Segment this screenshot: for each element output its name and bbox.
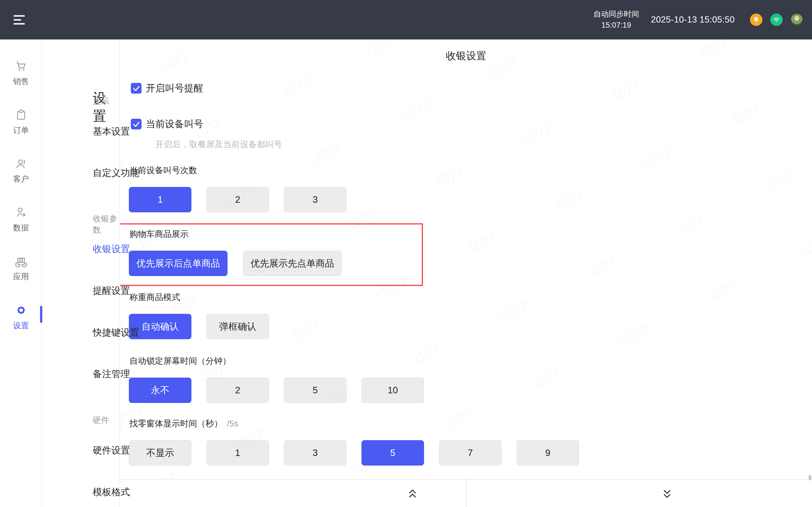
group-label: 称重商品模式 — [129, 292, 180, 303]
rail-item-label: 订单 — [13, 125, 29, 135]
menu-section-label: 硬件 — [93, 415, 109, 426]
toggle-call-reminder: 开启叫号提醒 — [130, 82, 203, 95]
option-button-row: 123 — [129, 187, 347, 212]
group-label: 找零窗体显示时间（秒）/5s — [129, 418, 238, 430]
rail-item-label: 设置 — [13, 320, 29, 331]
option-button-7[interactable]: 7 — [439, 440, 502, 465]
auto-sync-time: 自动同步时间 15:07:19 — [593, 9, 639, 31]
group-label: 自动锁定屏幕时间（分钟） — [129, 355, 231, 367]
data-export-icon — [15, 206, 27, 220]
watermark-text: -1077 — [791, 235, 812, 263]
watermark-text: -1077 — [582, 255, 619, 283]
rail-item-销售[interactable]: 销售 — [0, 55, 42, 92]
watermark-text: -1077 — [527, 364, 563, 392]
app-root: -1077-1077-1077-1077-1077-1077-1077-1077… — [0, 0, 812, 507]
checkbox-call-reminder[interactable] — [130, 82, 142, 94]
watermark-text: -1077 — [550, 187, 586, 216]
customers-icon — [15, 157, 27, 171]
topbar-right: 自动同步时间 15:07:19 2025-10-13 15:05:50 — [593, 9, 803, 31]
option-button-永不[interactable]: 永不 — [129, 378, 191, 403]
watermark-text: -1077 — [494, 297, 531, 325]
option-button-5[interactable]: 5 — [361, 440, 424, 465]
rail-item-应用[interactable]: 应用 — [0, 250, 42, 287]
collapse-panel-button[interactable] — [384, 480, 441, 507]
watermark-text: -1077 — [396, 97, 433, 125]
menu-item-收银设置[interactable]: 收银设置 — [93, 243, 130, 256]
menu-item-备注管理[interactable]: 备注管理 — [93, 368, 130, 380]
watermark-text: -1077 — [373, 273, 410, 301]
watermark-text: -1077 — [406, 340, 442, 369]
menu-item-提醒设置[interactable]: 提醒设置 — [93, 285, 130, 297]
menu-item-快捷键设置[interactable]: 快捷键设置 — [93, 326, 139, 339]
bottom-bar-divider — [466, 480, 467, 507]
expand-panel-button[interactable] — [639, 480, 695, 507]
option-button-优先展示先点单商品[interactable]: 优先展示先点单商品 — [243, 251, 342, 276]
watermark-text: -1077 — [758, 168, 795, 196]
top-bar: 自动同步时间 15:07:19 2025-10-13 15:05:50 — [0, 0, 812, 40]
rail-item-label: 客户 — [13, 174, 29, 184]
menu-item-硬件设置[interactable]: 硬件设置 — [93, 444, 130, 457]
gear-icon — [14, 303, 28, 318]
rail-item-数据[interactable]: 数据 — [0, 201, 42, 238]
option-button-row: 自动确认弹框确认 — [129, 314, 269, 339]
notification-bell-icon[interactable] — [750, 13, 762, 26]
auto-sync-label: 自动同步时间 — [593, 9, 639, 20]
wifi-status-icon[interactable] — [770, 13, 783, 26]
left-nav-rail: 销售订单客户数据应用设置 — [0, 40, 42, 507]
toggle-label: 开启叫号提醒 — [146, 82, 203, 95]
rail-item-label: 应用 — [13, 271, 29, 282]
option-button-3[interactable]: 3 — [284, 440, 347, 465]
option-button-row: 不显示13579 — [129, 440, 579, 465]
apps-icon — [15, 255, 27, 269]
hamburger-menu-icon[interactable] — [13, 13, 25, 27]
option-button-优先展示后点单商品[interactable]: 优先展示后点单商品 — [129, 251, 228, 276]
settings-menu-panel: 设置 显示基本设置自定义功能收银参数收银设置提醒设置快捷键设置备注管理硬件硬件设… — [42, 40, 120, 507]
scrollbar-thumb[interactable] — [809, 475, 811, 481]
option-button-9[interactable]: 9 — [517, 440, 579, 465]
option-button-不显示[interactable]: 不显示 — [129, 440, 191, 465]
checkbox-device-call[interactable] — [130, 118, 142, 130]
watermark-text: -1077 — [462, 230, 498, 259]
bottom-bar — [120, 479, 812, 507]
option-button-row: 永不2510 — [129, 378, 424, 403]
chevrons-down-icon — [662, 488, 672, 499]
watermark-text: -1077 — [615, 321, 651, 349]
option-button-2[interactable]: 2 — [207, 378, 269, 403]
rail-item-订单[interactable]: 订单 — [0, 104, 42, 140]
active-nav-indicator — [40, 306, 42, 323]
rail-item-label: 数据 — [13, 222, 29, 233]
menu-item-基本设置[interactable]: 基本设置 — [93, 125, 130, 138]
menu-item-模板格式[interactable]: 模板格式 — [93, 486, 130, 499]
group-label-suffix: /5s — [227, 419, 238, 428]
rail-item-客户[interactable]: 客户 — [0, 153, 42, 189]
rail-item-设置[interactable]: 设置 — [0, 299, 42, 336]
option-button-2[interactable]: 2 — [207, 187, 269, 212]
watermark-text: -1077 — [703, 278, 740, 306]
option-button-1[interactable]: 1 — [129, 187, 191, 212]
group-label: 当前设备叫号次数 — [129, 165, 197, 176]
option-button-10[interactable]: 10 — [361, 378, 424, 403]
menu-section-label: 显示 — [93, 96, 109, 107]
menu-item-自定义功能[interactable]: 自定义功能 — [93, 167, 139, 179]
settings-menu-title: 设置 — [93, 89, 120, 125]
watermark-text: -1077 — [726, 102, 762, 130]
option-button-5[interactable]: 5 — [284, 378, 347, 403]
watermark-text: -1077 — [638, 145, 674, 173]
option-button-row: 优先展示后点单商品优先展示先点单商品 — [129, 251, 342, 276]
watermark-text: -1077 — [671, 211, 707, 239]
watermark-text: -1077 — [429, 164, 465, 192]
watermark-text: -1077 — [276, 72, 312, 101]
watermark-text: -1077 — [605, 77, 641, 106]
cart-icon — [15, 60, 27, 74]
option-button-3[interactable]: 3 — [284, 187, 347, 212]
current-datetime: 2025-10-13 15:05:50 — [651, 15, 735, 25]
watermark-text: -1077 — [517, 120, 554, 149]
page-title: 收银设置 — [120, 49, 812, 63]
option-button-弹框确认[interactable]: 弹框确认 — [207, 314, 269, 339]
option-button-1[interactable]: 1 — [207, 440, 269, 465]
watermark-text: -1077 — [308, 139, 345, 168]
watermark-text: -1077 — [439, 407, 475, 435]
group-label: 购物车商品展示 — [129, 228, 189, 240]
user-avatar[interactable] — [791, 13, 803, 26]
rail-item-label: 销售 — [13, 76, 29, 87]
